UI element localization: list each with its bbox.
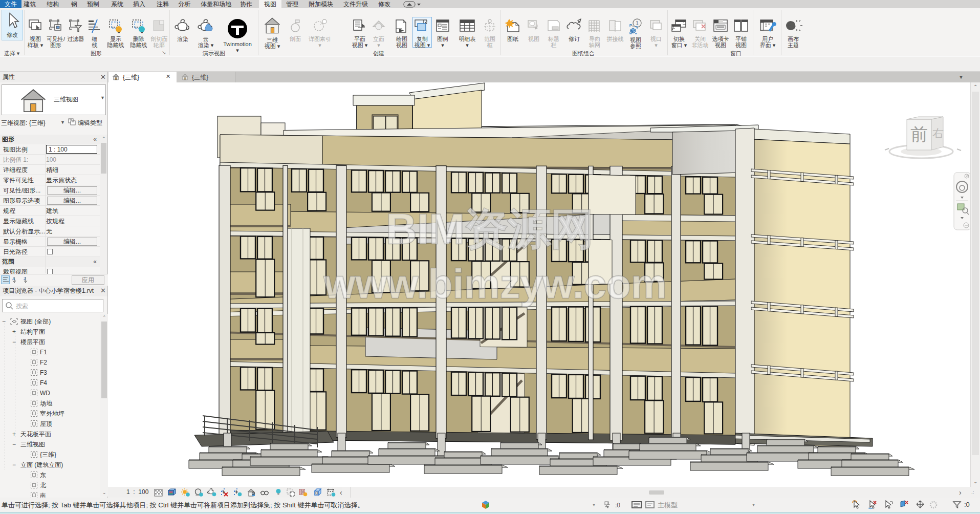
svg-text:1: 1 bbox=[636, 20, 639, 26]
svg-text:A: A bbox=[12, 276, 15, 281]
svg-text:右: 右 bbox=[932, 127, 944, 140]
svg-text:Z: Z bbox=[24, 276, 26, 281]
svg-text:前: 前 bbox=[910, 124, 928, 144]
svg-text:www.bimzyw.com: www.bimzyw.com bbox=[323, 261, 667, 307]
svg-text::0: :0 bbox=[615, 502, 620, 509]
svg-text:BIM资源网: BIM资源网 bbox=[386, 205, 594, 253]
